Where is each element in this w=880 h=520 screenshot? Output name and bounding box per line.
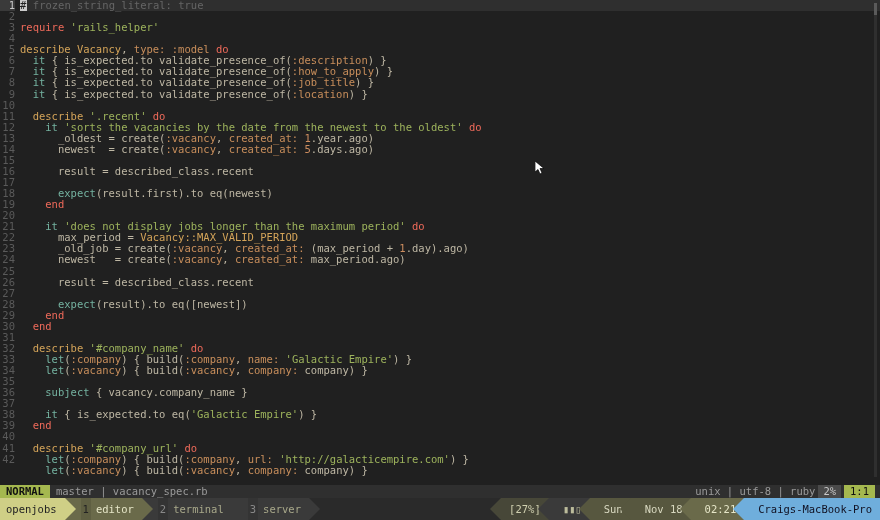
status-separator: | [100,485,113,497]
scrollbar-track [874,3,877,477]
code-line[interactable]: # frozen_string_literal: true [20,0,880,11]
code-line[interactable]: end [20,420,880,431]
line-number: 41 [0,443,15,454]
code-line[interactable]: newest = create(:vacancy, created_at: ma… [20,254,880,265]
tmux-hostname: Craigs-MacBook-Pro [744,498,880,520]
tmux-window-index: 3 [248,498,258,520]
code-line[interactable]: end [20,199,880,210]
tmux-window-index: 2 [158,498,168,520]
code-line[interactable]: newest = create(:vacancy, created_at: 5.… [20,144,880,155]
line-number: 9 [0,89,15,100]
code-line[interactable]: end [20,321,880,332]
status-position: 1:1 [844,485,875,498]
code-line[interactable] [20,100,880,111]
code-line[interactable]: it { is_expected.to validate_presence_of… [20,89,880,100]
tmux-session-name[interactable]: openjobs [0,498,65,520]
tmux-window-terminal[interactable]: 2terminal [142,498,232,520]
code-line[interactable]: let(:vacancy) { build(:vacancy, company:… [20,365,880,376]
line-number: 24 [0,254,15,265]
vim-mode-indicator: NORMAL [0,485,50,498]
code-line[interactable]: subject { vacancy.company_name } [20,387,880,398]
tmux-window-editor[interactable]: 1editor [65,498,142,520]
line-number: 8 [0,77,15,88]
line-number: 10 [0,100,15,111]
code-line[interactable]: end [20,310,880,321]
code-line[interactable]: it { is_expected.to eq('Galactic Empire'… [20,409,880,420]
line-number: 40 [0,431,15,442]
line-number: 42 [0,454,15,465]
status-file-info: master | vacancy_spec.rb [50,485,214,498]
tmux-window-index: 1 [81,498,91,520]
code-line[interactable]: require 'rails_helper' [20,22,880,33]
line-number: 26 [0,277,15,288]
status-filename: vacancy_spec.rb [113,485,208,497]
tmux-window-server[interactable]: 3server [232,498,309,520]
code-area[interactable]: # frozen_string_literal: truerequire 'ra… [18,0,880,485]
git-branch: master [56,485,94,497]
tmux-window-name: terminal [173,498,224,520]
status-right: unix | utf-8 | ruby 2% 1:1 [695,485,880,498]
scrollbar-thumb[interactable] [874,3,877,15]
tmux-window-name: editor [96,498,134,520]
status-percent: 2% [818,485,841,498]
tmux-status-line: openjobs 1editor2terminal3server [27%] ▮… [0,498,880,520]
code-line[interactable]: expect(result.first).to eq(newest) [20,188,880,199]
status-encoding: unix | utf-8 | ruby [695,485,815,498]
vim-status-line: NORMAL master | vacancy_spec.rb unix | u… [0,485,880,498]
line-number: 25 [0,266,15,277]
code-line[interactable]: let(:vacancy) { build(:vacancy, company:… [20,465,880,476]
line-number-gutter: 1234567891011121314151617181920212223242… [0,0,18,485]
code-line[interactable]: result = described_class.recent [20,166,880,177]
code-line[interactable]: result = described_class.recent [20,277,880,288]
tmux-window-name: server [263,498,301,520]
code-line[interactable]: expect(result).to eq([newest]) [20,299,880,310]
editor-pane[interactable]: 1234567891011121314151617181920212223242… [0,0,880,485]
